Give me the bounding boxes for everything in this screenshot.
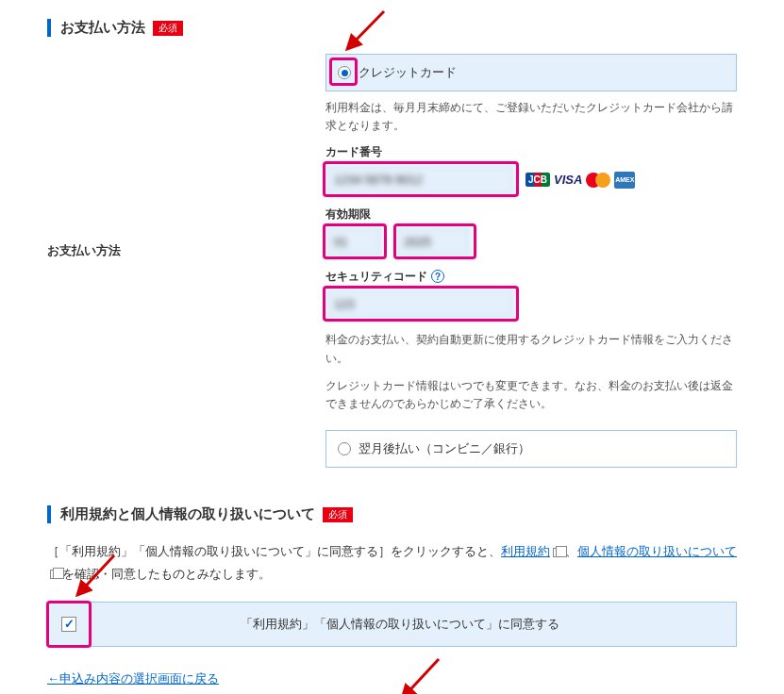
payment-row-label: お支払い方法 bbox=[47, 54, 325, 468]
amex-icon: AMEX bbox=[614, 172, 635, 189]
privacy-policy-link[interactable]: 個人情報の取り扱いについて bbox=[577, 544, 737, 558]
radio-credit-card[interactable]: クレジットカード bbox=[325, 54, 737, 91]
radio-icon bbox=[338, 442, 351, 455]
required-badge: 必須 bbox=[323, 507, 353, 522]
payment-section-title: お支払い方法 必須 bbox=[47, 19, 737, 37]
required-badge: 必須 bbox=[153, 21, 183, 36]
expiry-year-input[interactable]: 2025 bbox=[395, 226, 471, 257]
card-number-label: カード番号 bbox=[325, 144, 737, 160]
annotation-arrow bbox=[396, 657, 443, 694]
radio-later-pay[interactable]: 翌月後払い（コンビニ／銀行） bbox=[325, 430, 737, 468]
cc-note: 利用料金は、毎月月末締めにて、ご登録いただいたクレジットカード会社から請求となり… bbox=[325, 99, 737, 135]
cc-footer-note1: 料金のお支払い、契約自動更新に使用するクレジットカード情報をご入力ください。 bbox=[325, 331, 737, 367]
terms-title-text: 利用規約と個人情報の取り扱いについて bbox=[60, 505, 315, 523]
consent-checkbox[interactable]: ✓ bbox=[61, 617, 76, 632]
help-icon[interactable]: ? bbox=[431, 270, 444, 283]
expiry-label: 有効期限 bbox=[325, 207, 737, 223]
visa-icon: VISA bbox=[554, 173, 582, 187]
consent-checkbox-row[interactable]: ✓ 「利用規約」「個人情報の取り扱いについて」に同意する bbox=[47, 602, 737, 647]
radio-credit-card-label: クレジットカード bbox=[359, 64, 457, 81]
terms-of-service-link[interactable]: 利用規約 bbox=[501, 544, 550, 558]
jcb-icon: JCB bbox=[525, 173, 550, 187]
mastercard-icon bbox=[586, 173, 610, 188]
security-code-label: セキュリティコード? bbox=[325, 269, 737, 285]
payment-title-text: お支払い方法 bbox=[60, 19, 145, 37]
security-code-input[interactable]: 123 bbox=[325, 289, 514, 320]
back-link[interactable]: ←申込み内容の選択画面に戻る bbox=[47, 670, 219, 687]
expiry-month-input[interactable]: 01 bbox=[325, 226, 382, 257]
card-brand-logos: JCB VISA AMEX bbox=[525, 172, 635, 189]
radio-icon bbox=[338, 66, 351, 79]
card-number-input[interactable]: 1234 5678 9012 bbox=[325, 164, 514, 195]
radio-later-pay-label: 翌月後払い（コンビニ／銀行） bbox=[359, 440, 530, 457]
svg-line-2 bbox=[402, 659, 439, 694]
external-link-icon bbox=[50, 570, 59, 579]
terms-section-title: 利用規約と個人情報の取り扱いについて 必須 bbox=[47, 505, 737, 523]
cc-footer-note2: クレジットカード情報はいつでも変更できます。なお、料金のお支払い後は返金できませ… bbox=[325, 377, 737, 413]
terms-description: ［「利用規約」「個人情報の取り扱いについて」に同意する］をクリックすると、利用規… bbox=[47, 540, 737, 585]
external-link-icon bbox=[553, 548, 562, 557]
consent-label: 「利用規約」「個人情報の取り扱いについて」に同意する bbox=[76, 616, 723, 633]
